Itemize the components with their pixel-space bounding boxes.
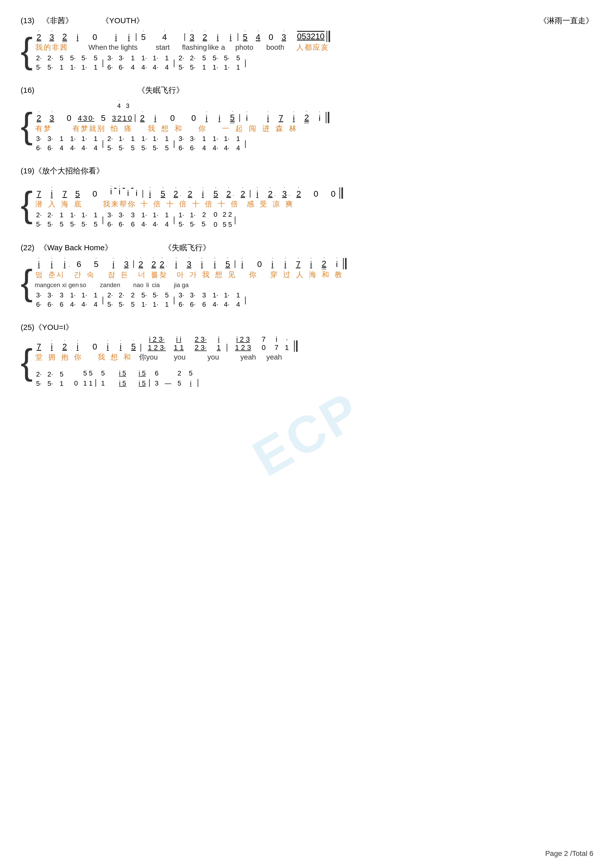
num-22: (22) — [21, 243, 34, 252]
n19-2h: ·2 — [294, 186, 303, 199]
lc16-jin: 进 — [262, 124, 270, 133]
final-bar-22 — [343, 258, 347, 269]
note-i2: i — [112, 29, 120, 42]
lyrics-16-1: 有 梦 有 梦 就 别 怕 痛 我 想 和 — [35, 124, 593, 133]
section-25-content: { 7 ·i ·2 ·i 0 ·i ·i — [21, 335, 593, 388]
lc22-neo: 너 — [137, 270, 146, 280]
lc22-ga: 가 — [189, 270, 197, 280]
cv16-4: 1·4· — [69, 134, 77, 153]
n19-5b: 5 — [73, 186, 82, 199]
n19-5c: ·5 — [159, 186, 167, 199]
n22-2a: ·2 — [137, 256, 145, 269]
lc-fei: 非 — [51, 42, 59, 52]
cv19-12: 14 — [163, 210, 171, 229]
n22-ik: ·i — [307, 256, 315, 269]
note-4dot2: ·4 — [254, 29, 262, 42]
lc-when: When — [89, 43, 107, 51]
cv14: 2·5· — [188, 53, 197, 72]
cv16-17: 1·4· — [222, 134, 231, 153]
cv19-16: 00 — [211, 209, 219, 229]
n16-run2: 3·2·1·0 — [112, 113, 132, 123]
lc22-guo: 过 — [283, 270, 291, 280]
n16-0a: 0 — [65, 110, 73, 123]
n19-iul2: ·i — [48, 185, 56, 199]
dp2: · — [289, 192, 290, 199]
cv4: 5·1· — [69, 53, 77, 72]
lc19-shi2: 十 — [166, 199, 174, 209]
bar-2: | — [183, 31, 186, 42]
cv16-18: 14 — [234, 134, 242, 153]
cv16-13: 3·6· — [177, 134, 185, 153]
lc-de: 的 — [43, 42, 51, 52]
lc25-yong: 拥 — [48, 352, 56, 362]
n22-6a: 6 — [75, 256, 83, 269]
lc-a: a — [220, 43, 226, 51]
lc25-yeah2: yeah — [266, 353, 282, 361]
n22-3b: ·3 — [185, 256, 193, 269]
lc22-jiao: 教 — [334, 270, 342, 280]
cv25-6a: 63 — [153, 368, 161, 388]
n25-ic: ·i — [104, 339, 112, 352]
section-16-content: { ·4 ·3 ·2 ·3 0 4·3·0· — [21, 98, 593, 153]
cv6: 51 — [92, 53, 100, 72]
lc16-jiu: 就 — [89, 124, 97, 133]
n16-0c: 0 — [190, 110, 198, 123]
section-22-header: (22) 《Way Back Home》 《失眠飞行》 — [21, 242, 593, 256]
cv2: 2·5· — [46, 53, 54, 72]
cv16-12: 15 — [163, 134, 171, 153]
n16-5ul2: ·5 — [228, 110, 236, 123]
cv22-8: 2·5· — [117, 290, 126, 309]
n22-ib: ·i — [48, 256, 56, 269]
note-3ul: ·3 — [188, 29, 196, 42]
cv12: 14 — [163, 53, 171, 72]
lc25-you: you — [173, 353, 186, 361]
lc16-qi: 起 — [235, 124, 243, 133]
cv16-16: 1·4· — [211, 134, 219, 153]
cv22-17: 1·4· — [222, 290, 231, 309]
cv19-14: 1·5· — [188, 210, 197, 229]
rom-zan: zan — [100, 281, 110, 289]
rom-so: so — [79, 281, 87, 289]
lc25-ni: 你 — [73, 352, 82, 362]
section-16-number: (16) — [21, 86, 34, 95]
n19-id: ·i — [253, 186, 261, 199]
n16-2ul: ·2 — [35, 110, 43, 123]
lc25-xiang: 想 — [110, 352, 118, 362]
section-25-inner: 7 ·i ·2 ·i 0 ·i ·i ·5 | — [35, 335, 593, 388]
cv19-3: 15 — [58, 210, 66, 229]
lc22-chuan: 穿 — [270, 270, 278, 280]
rom-ga: ga — [181, 281, 189, 289]
n22-ij: ·i — [281, 256, 289, 269]
cv22-1: 3·6· — [35, 290, 43, 309]
bar-1: | — [135, 31, 137, 42]
section-25: (25) 《YOU=I》 { 7 ·i ·2 ·i 0 — [21, 322, 593, 388]
lc19-bei4: 倍 — [230, 199, 239, 209]
lc22-xiang: 想 — [215, 270, 223, 280]
final-bar-19 — [339, 188, 343, 199]
bar22-1: | — [132, 258, 135, 269]
cv25-0top: 0 — [72, 378, 80, 388]
n16-id: ·i — [242, 110, 251, 123]
chord-25-1: 2·5· 2·5· 51 0 5 51 1 | 51 i 5i 5 — [35, 363, 593, 388]
cv7: 3·6· — [106, 53, 114, 72]
lyrics-22-rom: mang cen xi gen so zan den nao li cia ji… — [35, 280, 593, 290]
n25-frac4: i 1 — [213, 335, 224, 352]
cv22-16: 1·4· — [211, 290, 219, 309]
n25-frac1: i 2 3· 1 2 3· — [144, 335, 170, 352]
section-13-inner: ·2 ·3 2 i 0 i i | ·5 — [35, 29, 593, 72]
lc19-bang: 帮 — [119, 199, 127, 209]
cv25-dash: — — [164, 378, 172, 388]
lc22-si: 시 — [56, 270, 64, 280]
cv16-6: 14 — [92, 134, 100, 153]
lc19-shuang: 爽 — [285, 199, 293, 209]
bar19-2: | — [249, 188, 251, 199]
brace-19: { — [21, 179, 33, 230]
lc16-bie: 别 — [97, 124, 105, 133]
lc16-pa: 怕 — [110, 124, 118, 133]
cv25-5a: 51 — [99, 368, 107, 388]
cv16-10: 1·5· — [140, 134, 148, 153]
lc-ying: 应 — [312, 42, 320, 52]
cv15: 51 — [200, 53, 208, 72]
lc-ren: 人 — [296, 42, 304, 52]
lc25-tang: 堂 — [35, 352, 43, 362]
